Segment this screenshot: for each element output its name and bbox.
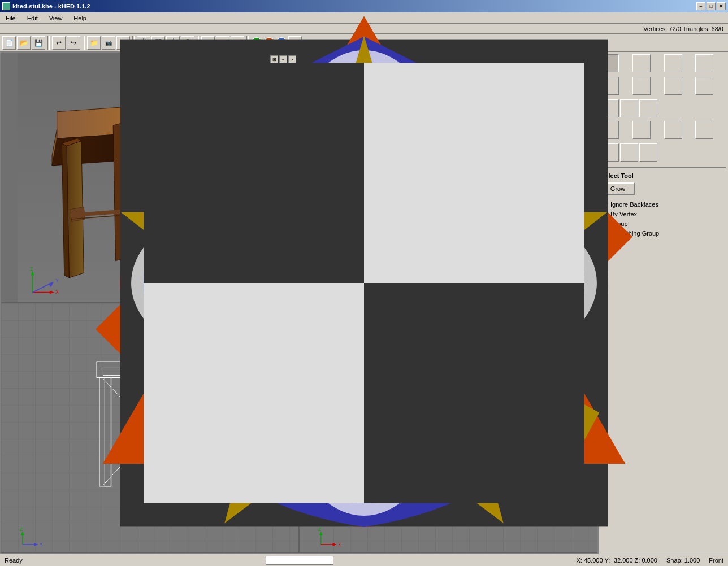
svg-rect-104	[364, 283, 584, 503]
viewport-expand-btn[interactable]: ⊞	[270, 55, 278, 63]
svg-rect-101	[144, 63, 364, 283]
svg-rect-103	[144, 283, 364, 503]
main-area: ⊞ − ×	[0, 52, 728, 554]
svg-rect-102	[364, 63, 584, 283]
viewport-close-btn[interactable]: ×	[288, 55, 296, 63]
checker-btn[interactable]	[639, 143, 657, 162]
right-panel: Select Tool Grow Ignore Backfaces By Ver…	[598, 52, 728, 554]
viewport-min-btn[interactable]: −	[279, 55, 287, 63]
viewport-3d-controls: ⊞ − ×	[270, 55, 296, 63]
